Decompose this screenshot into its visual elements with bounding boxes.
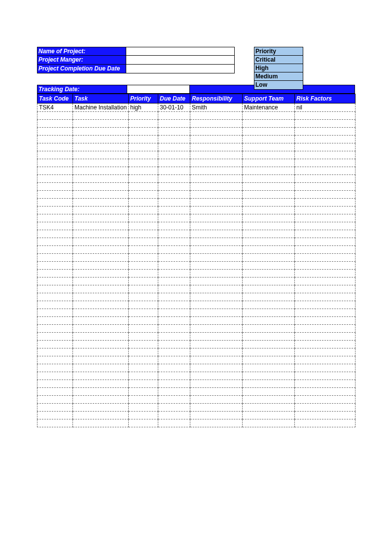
cell-due-date[interactable] [158, 380, 190, 388]
table-row[interactable] [37, 151, 356, 159]
cell-support-team[interactable] [243, 285, 295, 293]
cell-risk-factors[interactable] [295, 120, 356, 128]
cell-due-date[interactable] [158, 262, 190, 270]
cell-priority[interactable] [129, 159, 158, 167]
cell-support-team[interactable] [243, 348, 295, 356]
cell-due-date[interactable] [158, 207, 190, 214]
cell-priority[interactable] [129, 254, 158, 262]
cell-support-team[interactable] [243, 277, 295, 285]
cell-task[interactable] [73, 214, 129, 222]
cell-task-code[interactable] [37, 246, 73, 254]
cell-due-date[interactable] [158, 238, 190, 246]
table-row[interactable] [37, 277, 356, 285]
table-row[interactable] [37, 325, 356, 333]
cell-support-team[interactable] [243, 183, 295, 191]
cell-task-code[interactable] [37, 254, 73, 262]
cell-task-code[interactable] [37, 356, 73, 364]
cell-task[interactable] [73, 159, 129, 167]
cell-responsibility[interactable] [190, 143, 243, 151]
cell-due-date[interactable] [158, 143, 190, 151]
cell-due-date[interactable] [158, 404, 190, 412]
cell-responsibility[interactable] [190, 364, 243, 372]
cell-task-code[interactable] [37, 348, 73, 356]
cell-task-code[interactable] [37, 277, 73, 285]
cell-responsibility[interactable]: Smith [190, 104, 243, 112]
cell-support-team[interactable] [243, 317, 295, 325]
cell-task-code[interactable] [37, 112, 73, 120]
cell-due-date[interactable] [158, 136, 190, 143]
cell-priority[interactable] [129, 348, 158, 356]
cell-responsibility[interactable] [190, 396, 243, 404]
cell-task-code[interactable] [37, 230, 73, 238]
cell-task-code[interactable] [37, 301, 73, 309]
cell-priority[interactable] [129, 380, 158, 388]
cell-task-code[interactable] [37, 136, 73, 143]
cell-task-code[interactable] [37, 270, 73, 277]
cell-due-date[interactable] [158, 222, 190, 230]
cell-support-team[interactable] [243, 419, 295, 427]
table-row[interactable]: TSK4Machine Installationhigh30-01-10Smit… [37, 104, 356, 112]
cell-task[interactable] [73, 301, 129, 309]
cell-responsibility[interactable] [190, 404, 243, 412]
cell-priority[interactable] [129, 317, 158, 325]
cell-responsibility[interactable] [190, 254, 243, 262]
cell-task-code[interactable] [37, 199, 73, 207]
cell-risk-factors[interactable] [295, 199, 356, 207]
cell-support-team[interactable] [243, 356, 295, 364]
cell-responsibility[interactable] [190, 222, 243, 230]
cell-priority[interactable] [129, 419, 158, 427]
cell-task[interactable] [73, 348, 129, 356]
cell-risk-factors[interactable] [295, 341, 356, 348]
cell-due-date[interactable] [158, 175, 190, 183]
cell-task[interactable] [73, 207, 129, 214]
cell-due-date[interactable] [158, 396, 190, 404]
cell-support-team[interactable] [243, 309, 295, 317]
cell-responsibility[interactable] [190, 277, 243, 285]
cell-support-team[interactable] [243, 364, 295, 372]
cell-support-team[interactable] [243, 341, 295, 348]
cell-priority[interactable] [129, 262, 158, 270]
cell-task-code[interactable] [37, 412, 73, 419]
cell-risk-factors[interactable] [295, 325, 356, 333]
cell-task-code[interactable] [37, 388, 73, 396]
cell-responsibility[interactable] [190, 128, 243, 136]
table-row[interactable] [37, 222, 356, 230]
cell-priority[interactable] [129, 388, 158, 396]
cell-due-date[interactable] [158, 128, 190, 136]
cell-task-code[interactable] [37, 151, 73, 159]
cell-responsibility[interactable] [190, 214, 243, 222]
cell-responsibility[interactable] [190, 230, 243, 238]
cell-due-date[interactable] [158, 325, 190, 333]
cell-priority[interactable] [129, 309, 158, 317]
cell-due-date[interactable] [158, 151, 190, 159]
cell-support-team[interactable] [243, 175, 295, 183]
cell-priority[interactable] [129, 396, 158, 404]
cell-responsibility[interactable] [190, 309, 243, 317]
cell-due-date[interactable] [158, 112, 190, 120]
cell-task[interactable] [73, 285, 129, 293]
cell-task-code[interactable] [37, 341, 73, 348]
cell-due-date[interactable] [158, 341, 190, 348]
cell-priority[interactable] [129, 404, 158, 412]
cell-responsibility[interactable] [190, 246, 243, 254]
cell-priority[interactable] [129, 207, 158, 214]
cell-responsibility[interactable] [190, 333, 243, 341]
cell-priority[interactable] [129, 341, 158, 348]
cell-priority[interactable] [129, 167, 158, 175]
cell-task[interactable] [73, 404, 129, 412]
cell-task-code[interactable] [37, 120, 73, 128]
cell-task[interactable] [73, 372, 129, 380]
table-row[interactable] [37, 191, 356, 199]
cell-priority[interactable] [129, 120, 158, 128]
cell-task-code[interactable] [37, 167, 73, 175]
cell-task-code[interactable] [37, 364, 73, 372]
cell-due-date[interactable] [158, 412, 190, 419]
table-row[interactable] [37, 404, 356, 412]
cell-task[interactable]: Machine Installation [73, 104, 129, 112]
cell-support-team[interactable] [243, 396, 295, 404]
table-row[interactable] [37, 396, 356, 404]
cell-responsibility[interactable] [190, 412, 243, 419]
cell-priority[interactable] [129, 412, 158, 419]
cell-risk-factors[interactable] [295, 309, 356, 317]
cell-responsibility[interactable] [190, 159, 243, 167]
